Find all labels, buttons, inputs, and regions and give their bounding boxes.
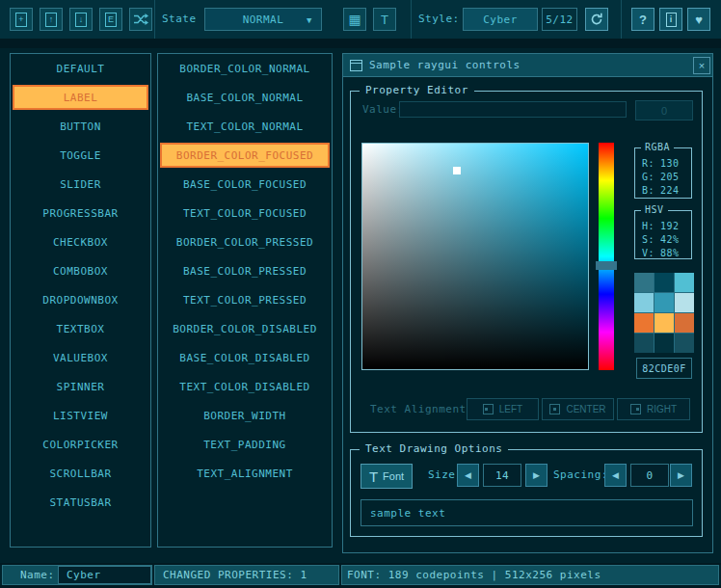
spacing-decrease-button[interactable]: ◀ bbox=[604, 464, 627, 487]
palette-cell[interactable] bbox=[634, 313, 654, 333]
color-saturation-value-panel[interactable] bbox=[361, 143, 589, 370]
window-title: Sample raygui controls bbox=[369, 59, 521, 71]
rgba-title: RGBA bbox=[641, 142, 674, 152]
new-file-button[interactable]: + bbox=[10, 8, 33, 31]
color-picker-cursor[interactable] bbox=[453, 167, 461, 174]
align-left-icon bbox=[483, 404, 494, 414]
state-dropdown[interactable]: NORMAL ▼ bbox=[204, 8, 322, 31]
sample-text-input[interactable]: sample text bbox=[360, 499, 693, 526]
list-item-progressbar[interactable]: PROGRESSBAR bbox=[13, 200, 148, 226]
hue-bar[interactable] bbox=[599, 143, 614, 370]
save-file-button[interactable]: ↓ bbox=[69, 8, 93, 31]
spacing-label: Spacing: bbox=[553, 464, 608, 487]
hex-color-input[interactable]: 82CDE0F bbox=[636, 358, 692, 379]
align-right-button[interactable]: RIGHT bbox=[617, 398, 690, 420]
font-info-text: FONT: 189 codepoints | 512x256 pixels bbox=[347, 569, 601, 581]
sponsor-button[interactable]: ♥ bbox=[687, 8, 710, 31]
left-arrow-icon: ◀ bbox=[612, 470, 619, 480]
properties-list: BORDER_COLOR_NORMALBASE_COLOR_NORMALTEXT… bbox=[157, 53, 333, 548]
info-button[interactable]: i bbox=[659, 8, 682, 31]
palette-cell[interactable] bbox=[675, 334, 694, 353]
list-item-valuebox[interactable]: VALUEBOX bbox=[13, 345, 148, 370]
palette-cell[interactable] bbox=[654, 313, 674, 333]
list-item-text_alignment[interactable]: TEXT_ALIGNMENT bbox=[160, 461, 330, 486]
export-file-button[interactable]: E bbox=[99, 8, 122, 31]
list-item-border_color_disabled[interactable]: BORDER_COLOR_DISABLED bbox=[160, 316, 330, 341]
reload-style-button[interactable] bbox=[585, 8, 608, 31]
size-increase-button[interactable]: ▶ bbox=[525, 464, 547, 487]
help-button[interactable]: ? bbox=[631, 8, 654, 31]
style-name-value: Cyber bbox=[483, 13, 518, 26]
style-palette bbox=[634, 273, 694, 353]
palette-cell[interactable] bbox=[654, 293, 674, 312]
style-name-button[interactable]: Cyber bbox=[463, 8, 538, 31]
list-item-base_color_normal[interactable]: BASE_COLOR_NORMAL bbox=[160, 85, 330, 110]
list-item-colorpicker[interactable]: COLORPICKER bbox=[13, 432, 148, 457]
list-item-slider[interactable]: SLIDER bbox=[13, 172, 148, 197]
list-item-listview[interactable]: LISTVIEW bbox=[13, 403, 148, 428]
list-item-text_color_focused[interactable]: TEXT_COLOR_FOCUSED bbox=[160, 200, 330, 226]
heart-icon: ♥ bbox=[695, 13, 703, 26]
palette-cell[interactable] bbox=[675, 273, 694, 292]
state-dropdown-value: NORMAL bbox=[243, 13, 284, 26]
list-item-border_color_focused[interactable]: BORDER_COLOR_FOCUSED bbox=[160, 143, 330, 168]
palette-cell[interactable] bbox=[634, 273, 654, 292]
palette-cell[interactable] bbox=[654, 334, 674, 353]
list-item-base_color_focused[interactable]: BASE_COLOR_FOCUSED bbox=[160, 172, 330, 197]
align-right-icon bbox=[630, 404, 641, 414]
random-style-button[interactable] bbox=[129, 8, 152, 31]
rgba-group: RGBA R:130 G:205 B:224 bbox=[634, 147, 692, 199]
list-item-statusbar[interactable]: STATUSBAR bbox=[13, 490, 148, 515]
property-editor-title: Property Editor bbox=[360, 84, 474, 96]
rgba-row-r: R:130 bbox=[635, 157, 691, 171]
spacing-increase-button[interactable]: ▶ bbox=[670, 464, 692, 487]
reload-icon bbox=[590, 13, 603, 26]
list-item-textbox[interactable]: TEXTBOX bbox=[13, 316, 148, 341]
list-item-spinner[interactable]: SPINNER bbox=[13, 374, 148, 399]
size-value-box[interactable]: 14 bbox=[483, 464, 521, 487]
spacing-value-box[interactable]: 0 bbox=[630, 464, 669, 487]
list-item-border_color_normal[interactable]: BORDER_COLOR_NORMAL bbox=[160, 56, 330, 81]
font-editor-button[interactable]: T bbox=[373, 8, 396, 31]
left-arrow-icon: ◀ bbox=[465, 470, 471, 480]
right-arrow-icon: ▶ bbox=[678, 470, 684, 480]
value-button[interactable]: 0 bbox=[635, 100, 693, 120]
list-item-text_padding[interactable]: TEXT_PADDING bbox=[160, 432, 330, 457]
list-item-base_color_disabled[interactable]: BASE_COLOR_DISABLED bbox=[160, 345, 330, 370]
list-item-base_color_pressed[interactable]: BASE_COLOR_PRESSED bbox=[160, 258, 330, 283]
style-table-button[interactable]: ▦ bbox=[343, 8, 366, 31]
hue-slider-handle[interactable] bbox=[596, 261, 617, 270]
window-titlebar[interactable]: Sample raygui controls × bbox=[343, 54, 712, 77]
font-button[interactable]: T Font bbox=[360, 464, 413, 489]
list-item-label[interactable]: LABEL bbox=[13, 85, 148, 110]
list-item-text_color_pressed[interactable]: TEXT_COLOR_PRESSED bbox=[160, 287, 330, 312]
list-item-default[interactable]: DEFAULT bbox=[13, 56, 148, 81]
size-decrease-button[interactable]: ◀ bbox=[457, 464, 479, 487]
palette-cell[interactable] bbox=[675, 313, 694, 333]
toolbar: + ↑ ↓ E State NORMAL ▼ ▦ T bbox=[0, 0, 721, 39]
palette-cell[interactable] bbox=[675, 293, 694, 312]
list-item-scrollbar[interactable]: SCROLLBAR bbox=[13, 461, 148, 486]
list-item-border_width[interactable]: BORDER_WIDTH bbox=[160, 403, 330, 428]
list-item-border_color_pressed[interactable]: BORDER_COLOR_PRESSED bbox=[160, 229, 330, 254]
palette-cell[interactable] bbox=[634, 293, 654, 312]
value-slider[interactable] bbox=[399, 101, 627, 118]
list-item-combobox[interactable]: COMBOBOX bbox=[13, 258, 148, 283]
hsv-group: HSV H:192 S:42% V:88% bbox=[634, 210, 692, 259]
style-name-input[interactable]: Cyber bbox=[58, 566, 151, 584]
list-item-text_color_normal[interactable]: TEXT_COLOR_NORMAL bbox=[160, 114, 330, 139]
palette-cell[interactable] bbox=[654, 273, 674, 292]
list-item-text_color_disabled[interactable]: TEXT_COLOR_DISABLED bbox=[160, 374, 330, 399]
open-file-icon: ↑ bbox=[45, 13, 57, 27]
close-button[interactable]: × bbox=[693, 57, 710, 74]
list-item-button[interactable]: BUTTON bbox=[13, 114, 148, 139]
text-drawing-options-title: Text Drawing Options bbox=[360, 442, 508, 455]
close-icon: × bbox=[699, 60, 705, 71]
palette-cell[interactable] bbox=[634, 334, 654, 353]
list-item-dropdownbox[interactable]: DROPDOWNBOX bbox=[13, 287, 148, 312]
list-item-toggle[interactable]: TOGGLE bbox=[13, 143, 148, 168]
align-center-button[interactable]: CENTER bbox=[542, 398, 614, 420]
list-item-checkbox[interactable]: CHECKBOX bbox=[13, 229, 148, 254]
align-left-button[interactable]: LEFT bbox=[467, 398, 539, 420]
open-file-button[interactable]: ↑ bbox=[40, 8, 63, 31]
